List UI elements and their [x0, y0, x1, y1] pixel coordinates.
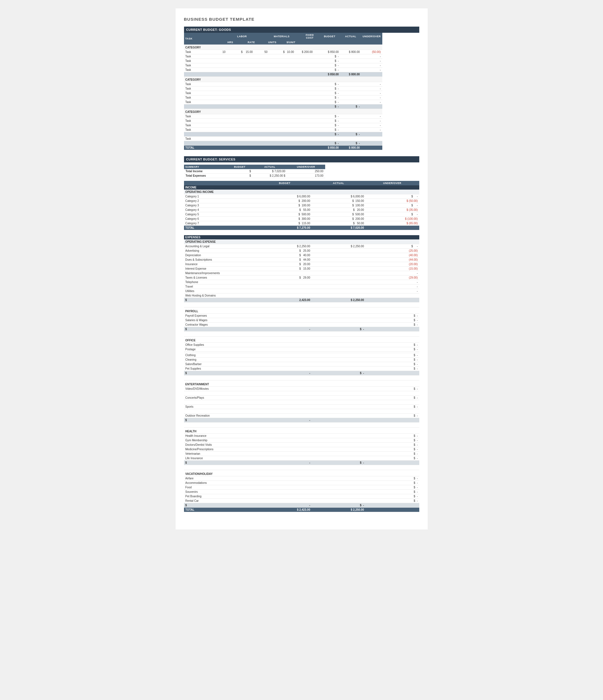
entertainment-label: ENTERTAINMENT	[184, 380, 419, 387]
table-row: Task $ --	[184, 96, 419, 100]
office-spacer	[184, 331, 419, 336]
goods-cat3-subtotal: $ - $ -	[184, 132, 419, 136]
vacation-label: VACATION/HOLIDAY	[184, 470, 419, 476]
summary-expenses-row: Total Expenses $ $ 2,250.00 $ 173.00	[184, 174, 325, 178]
summary-income-row: Total Income $ $ 7,020.00 250.00	[184, 169, 325, 174]
page-title: BUSINESS BUDGET TEMPLATE	[184, 17, 419, 22]
income-row-cat7: Category 7 $ 115.00 $ 50.00 $ (65.00)	[184, 221, 419, 226]
income-row-cat3: Category 3 $ 100.00 $ 100.00 $ -	[184, 203, 419, 208]
income-row-cat4: Category 4 $ 55.00 $ 20.00 $ (35.00)	[184, 208, 419, 212]
vacation-petboarding-row: Pet Boarding $ -	[184, 494, 419, 499]
payroll-expenses-row: Payroll Expenses $ -	[184, 314, 419, 318]
table-row: Task 10 $ 15.00 50 $ 10.00 $ 200.00 $ 85…	[184, 50, 419, 54]
summary-label-col: SUMMARY	[184, 165, 227, 169]
office-cleaning-row: Cleaning $ -	[184, 357, 419, 362]
goods-category-1: CATEGORY	[184, 45, 419, 50]
col-materials: MATERIALS	[263, 33, 300, 40]
health-spacer	[184, 423, 419, 428]
svc-col-name	[184, 181, 258, 185]
health-life-row: Life Insurance $ -	[184, 456, 419, 460]
income-row-cat2: Category 2 $ 200.00 $ 150.00 $ (50.00)	[184, 199, 419, 203]
col-under-over: UNDER/OVER	[361, 33, 382, 40]
goods-cat1-subtotal: $ 850.00 $ 800.00	[184, 72, 419, 77]
income-row-cat6: Category 6 $ 300.00 $ 200.00 $ (100.00)	[184, 217, 419, 221]
health-gym-row: Gym Membership $ -	[184, 438, 419, 443]
table-row: Task	[184, 136, 419, 141]
entertainment-concerts-row: Concerts/Plays $ -	[184, 396, 419, 400]
table-row: Task $ --	[184, 82, 419, 86]
col-fixed-cost2	[300, 40, 319, 45]
income-section-header: INCOME	[184, 185, 419, 190]
health-insurance-row: Health Insurance $ -	[184, 434, 419, 438]
expense-row-dues: Dues & Subscriptions $ 44.00 (44.00)	[184, 257, 419, 262]
vacation-food-row: Food $ -	[184, 485, 419, 490]
vacation-spacer	[184, 465, 419, 470]
payroll-contractor-row: Contractor Wages $ -	[184, 323, 419, 327]
health-vet-row: Veterinarian $ -	[184, 452, 419, 456]
expenses-spacer	[184, 230, 419, 235]
expense-row-travel: Travel -	[184, 284, 419, 289]
grand-total-row: TOTAL $ 2,423.00 $ 2,250.00	[184, 508, 419, 512]
table-row: Task $ --	[184, 63, 419, 68]
table-row: Task $ --	[184, 91, 419, 96]
expenses-section-header: EXPENSES	[184, 235, 419, 240]
summary-actual-col: ACTUAL	[252, 165, 287, 169]
goods-cat2-subtotal: $ - $ -	[184, 104, 419, 109]
goods-category-2: CATEGORY	[184, 77, 419, 82]
services-section-header: CURRENT BUDGET: SERVICES	[184, 156, 419, 162]
svc-col-actual: ACTUAL	[311, 181, 365, 185]
table-row: Task $ --	[184, 114, 419, 119]
summary-under-over-col: UNDER/OVER	[287, 165, 325, 169]
goods-category-3: CATEGORY	[184, 109, 419, 114]
svc-col-budget: BUDGET	[258, 181, 312, 185]
table-row: Task $ --	[184, 68, 419, 72]
col-budget: BUDGET	[319, 33, 340, 40]
col-actual: ACTUAL	[340, 33, 361, 40]
health-subtotal: $ - $ -	[184, 460, 419, 465]
entertainment-blank2	[184, 400, 419, 405]
col-labor: LABOR	[221, 33, 263, 40]
vacation-airfare-row: Airfare $ -	[184, 476, 419, 481]
office-postage-row: Postage $ -	[184, 347, 419, 352]
expense-row-utilities: Utilities -	[184, 289, 419, 294]
office-subtotal: $ - $ -	[184, 371, 419, 375]
office-clothing-row: Clothing $ -	[184, 353, 419, 357]
health-doctors-row: Doctors/Dentist Visits $ -	[184, 443, 419, 447]
col-rate: RATE	[240, 40, 263, 45]
expense-row-maintenance: Maintenance/Improvements -	[184, 271, 419, 276]
col-task: TASK	[184, 33, 221, 45]
payroll-label: PAYROLL	[184, 307, 419, 314]
office-label: OFFICE	[184, 336, 419, 343]
svc-col-under-over: UNDER/OVER	[365, 181, 419, 185]
expense-row-web: Web Hosting & Domains	[184, 294, 419, 298]
payroll-spacer	[184, 302, 419, 307]
expense-row-interest: Interest Expense $ 15.00 (15.00)	[184, 267, 419, 271]
expense-row-telephone: Telephone -	[184, 280, 419, 284]
table-row: Task $ --	[184, 128, 419, 132]
entertainment-subtotal: $ -	[184, 418, 419, 423]
table-row: Task $ --	[184, 86, 419, 91]
income-total-row: TOTAL $ 7,270.00 $ 7,020.00	[184, 226, 419, 230]
vacation-subtotal: $ - $ -	[184, 503, 419, 508]
col-fixed-cost: FIXED COST	[300, 33, 319, 40]
goods-cat4-subtotal: $ - $ -	[184, 141, 419, 146]
operating-subtotal: $ 2,423.00 $ 2,250.00	[184, 298, 419, 302]
table-row: Task $ --	[184, 123, 419, 128]
operating-income-header: OPERATING INCOME	[184, 190, 419, 194]
office-salon-row: Salon/Barber $ -	[184, 362, 419, 367]
vacation-rentalcar-row: Rental Car $ -	[184, 499, 419, 503]
table-row: Task $ --	[184, 59, 419, 63]
entertainment-sports-row: Sports $ -	[184, 405, 419, 409]
health-medicine-row: Medicine/Prescriptions $ -	[184, 447, 419, 452]
table-row: Task $ --	[184, 100, 419, 104]
office-pet-row: Pet Supplies $ -	[184, 367, 419, 371]
office-supplies-row: Office Supplies $ -	[184, 343, 419, 347]
health-label: HEALTH	[184, 428, 419, 434]
entertainment-blank1	[184, 391, 419, 396]
vacation-accommodations-row: Accommodations $ -	[184, 481, 419, 485]
table-row: Task $ --	[184, 54, 419, 59]
col-hrs: HRS	[221, 40, 240, 45]
payroll-salaries-row: Salaries & Wages $ -	[184, 318, 419, 323]
vacation-souvenirs-row: Souvenirs $ -	[184, 490, 419, 494]
goods-section-header: CURRENT BUDGET: GOODS	[184, 27, 419, 33]
